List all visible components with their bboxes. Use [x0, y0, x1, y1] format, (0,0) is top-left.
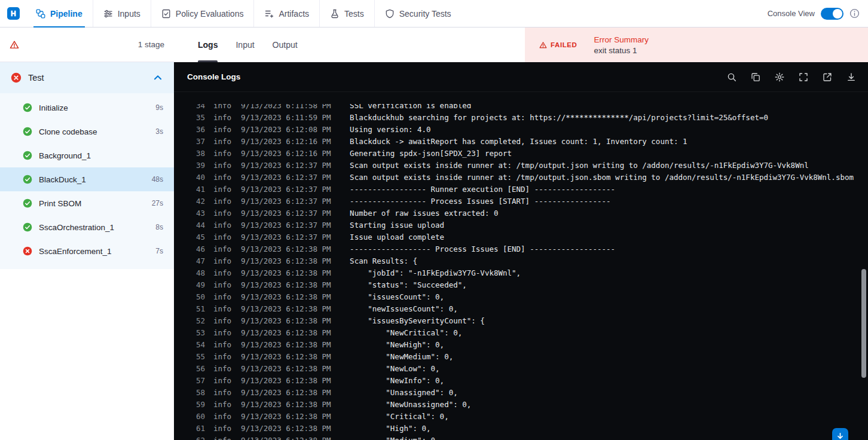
chevron-up-icon[interactable] — [152, 72, 163, 83]
error-summary-text: Error Summary exit status 1 — [594, 35, 649, 55]
console-view-label: Console View — [768, 9, 815, 18]
tab-tests[interactable]: Tests — [320, 0, 375, 27]
log-level: info — [213, 363, 231, 375]
log-message: "jobId": "-n1FkEpdiw3Y7G-Vvk8Wnl", — [350, 267, 521, 279]
failed-badge: FAILED — [539, 41, 577, 49]
check-circle-icon — [23, 198, 32, 208]
log-line-number: 42 — [192, 195, 205, 207]
log-message: Blackduck -> awaitReport has completed, … — [350, 136, 687, 148]
log-line: 58info9/13/2023 6:12:38 PM "Unassigned":… — [192, 387, 868, 399]
fullscreen-icon[interactable] — [799, 72, 808, 82]
step-row-background-1[interactable]: Background_1 — [0, 143, 174, 167]
step-duration: 48s — [152, 175, 163, 184]
error-summary-message: exit status 1 — [594, 46, 649, 55]
step-row-blackduck-1[interactable]: BlackDuck_148s — [0, 167, 174, 191]
log-message: "Critical": 0, — [350, 411, 449, 423]
scroll-to-bottom-button[interactable] — [832, 428, 848, 440]
log-message: Issue upload complete — [350, 231, 444, 243]
console-toolbar — [727, 72, 856, 82]
log-level: info — [213, 303, 231, 315]
log-timestamp: 9/13/2023 6:12:38 PM — [241, 327, 343, 339]
log-timestamp: 9/13/2023 6:12:08 PM — [241, 124, 343, 136]
log-message: ----------------- Process Issues [START]… — [350, 195, 611, 207]
log-line-number: 53 — [192, 327, 205, 339]
tab-inputs[interactable]: Inputs — [93, 0, 151, 27]
tab-pipeline[interactable]: Pipeline — [26, 0, 93, 27]
step-duration: 7s — [155, 247, 163, 255]
pipeline-icon — [36, 9, 45, 19]
open-in-new-icon[interactable] — [823, 72, 832, 82]
tab-label: Security Tests — [399, 9, 451, 19]
log-line: 49info9/13/2023 6:12:38 PM "status": "Su… — [192, 279, 868, 291]
log-message: Scan output exists inside runner at: /tm… — [350, 172, 854, 184]
log-line: 45info9/13/2023 6:12:37 PMIssue upload c… — [192, 231, 868, 243]
step-row-clone-codebase[interactable]: Clone codebase3s — [0, 120, 174, 143]
log-line: 46info9/13/2023 6:12:38 PM--------------… — [192, 243, 868, 255]
check-circle-icon — [23, 222, 32, 232]
stage-row-test[interactable]: Test — [0, 62, 174, 93]
log-timestamp: 9/13/2023 6:12:37 PM — [241, 207, 343, 219]
tab-security-tests[interactable]: Security Tests — [375, 0, 461, 27]
tab-artifacts[interactable]: Artifacts — [254, 0, 320, 27]
tab-input[interactable]: Input — [236, 28, 254, 62]
log-message: Starting issue upload — [350, 219, 444, 231]
log-line-number: 56 — [192, 363, 205, 375]
log-level: info — [213, 435, 231, 440]
tab-output[interactable]: Output — [273, 28, 298, 62]
log-line-number: 54 — [192, 339, 205, 351]
sidebar-header: 1 stage — [0, 28, 174, 62]
log-line-number: 51 — [192, 303, 205, 315]
log-timestamp: 9/13/2023 6:12:38 PM — [241, 279, 343, 291]
log-line: 47info9/13/2023 6:12:38 PMScan Results: … — [192, 255, 868, 267]
topnav-right: Console View — [768, 8, 868, 20]
log-message: "issuesCount": 0, — [350, 291, 444, 303]
tab-logs[interactable]: Logs — [198, 28, 218, 62]
log-line: 62info9/13/2023 6:12:38 PM "Medium": 0 — [192, 435, 868, 440]
arrow-down-icon — [836, 432, 845, 440]
harness-logo[interactable] — [7, 7, 20, 20]
step-row-initialize[interactable]: Initialize9s — [0, 96, 174, 120]
toggle-knob — [833, 9, 842, 19]
log-line: 55info9/13/2023 6:12:38 PM "NewMedium": … — [192, 351, 868, 363]
check-circle-icon — [23, 103, 32, 112]
log-line: 50info9/13/2023 6:12:38 PM "issuesCount"… — [192, 291, 868, 303]
log-timestamp: 9/13/2023 6:12:16 PM — [241, 136, 343, 148]
log-line-number: 58 — [192, 387, 205, 399]
step-duration: 3s — [155, 127, 163, 136]
log-line-number: 46 — [192, 243, 205, 255]
top-navigation: PipelineInputsPolicy EvaluationsArtifact… — [0, 0, 868, 28]
step-row-sscaorchestration-1[interactable]: SscaOrchestration_18s — [0, 215, 174, 239]
log-level: info — [213, 195, 231, 207]
log-level: info — [213, 100, 231, 112]
log-message: "Medium": 0 — [350, 435, 435, 440]
settings-icon[interactable] — [775, 72, 784, 82]
log-line-number: 49 — [192, 279, 205, 291]
failed-triangle-icon — [539, 41, 547, 49]
log-line: 51info9/13/2023 6:12:38 PM "newIssuesCou… — [192, 303, 868, 315]
log-level: info — [213, 375, 231, 387]
log-message: Number of raw issues extracted: 0 — [350, 207, 498, 219]
console-view-toggle[interactable] — [821, 8, 843, 20]
log-message: Generating spdx-json[SPDX_23] report — [350, 148, 512, 160]
step-row-sscaenforcement-1[interactable]: SscaEnforcement_17s — [0, 239, 174, 263]
search-icon[interactable] — [727, 72, 736, 82]
log-timestamp: 9/13/2023 6:12:37 PM — [241, 219, 343, 231]
download-icon[interactable] — [846, 72, 856, 82]
tests-icon — [330, 9, 340, 19]
log-timestamp: 9/13/2023 6:12:38 PM — [241, 291, 343, 303]
log-message: SSL verification is enabled — [350, 100, 471, 112]
log-level: info — [213, 315, 231, 327]
log-line: 61info9/13/2023 6:12:38 PM "High": 0, — [192, 423, 868, 435]
tab-policy-evaluations[interactable]: Policy Evaluations — [151, 0, 255, 27]
console-scrollbar-thumb[interactable] — [861, 269, 866, 378]
log-line: 38info9/13/2023 6:12:16 PMGenerating spd… — [192, 148, 868, 160]
topnav-tabs: PipelineInputsPolicy EvaluationsArtifact… — [26, 0, 461, 27]
console-log: 34info9/13/2023 6:11:58 PMSSL verificati… — [192, 100, 868, 440]
log-level: info — [213, 243, 231, 255]
copy-icon[interactable] — [751, 72, 760, 82]
log-message: Using version: 4.0 — [350, 124, 430, 136]
log-line-number: 35 — [192, 112, 205, 124]
step-row-print-sbom[interactable]: Print SBOM27s — [0, 191, 174, 215]
log-timestamp: 9/13/2023 6:12:38 PM — [241, 423, 343, 435]
info-icon[interactable] — [849, 8, 860, 19]
